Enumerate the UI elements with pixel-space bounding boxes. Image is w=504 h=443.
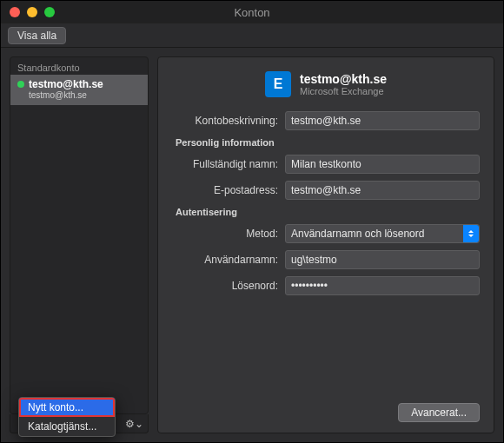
advanced-button[interactable]: Avancerat... <box>398 403 480 422</box>
toolbar: Visa alla <box>1 23 503 48</box>
label-fullname: Fullständigt namn: <box>172 158 285 170</box>
chevron-down-icon: ⌄ <box>135 418 143 430</box>
account-details-panel: E testmo@kth.se Microsoft Exchange Konto… <box>157 56 494 433</box>
label-method: Metod: <box>172 228 285 240</box>
account-title: testmo@kth.se <box>300 72 387 86</box>
show-all-button[interactable]: Visa alla <box>8 27 66 44</box>
accounts-list-header: Standardkonto <box>10 57 148 75</box>
auth-method-select[interactable]: Användarnamn och lösenord <box>285 224 480 243</box>
description-input[interactable] <box>285 111 480 130</box>
label-username: Användarnamn: <box>172 254 285 266</box>
account-subtitle: Microsoft Exchange <box>300 86 387 96</box>
label-password: Lösenord: <box>172 280 285 292</box>
label-email: E-postadress: <box>172 184 285 196</box>
account-header: E testmo@kth.se Microsoft Exchange <box>172 71 480 97</box>
window-title: Konton <box>1 6 503 19</box>
select-stepper-icon <box>463 225 479 242</box>
add-menu-popup: Nytt konto... Katalogtjänst... <box>18 397 116 437</box>
exchange-icon: E <box>265 71 291 97</box>
account-actions-button[interactable]: ⚙⌄ <box>123 415 144 433</box>
accounts-window: Konton Visa alla Standardkonto testmo@kt… <box>0 0 504 443</box>
section-authentication: Autentisering <box>176 207 480 217</box>
account-list-item[interactable]: testmo@kth.se testmo@kth.se <box>10 75 148 105</box>
menu-item-new-account[interactable]: Nytt konto... <box>19 398 115 417</box>
username-input[interactable] <box>285 250 480 269</box>
auth-method-value: Användarnamn och lösenord <box>291 228 424 240</box>
gear-icon: ⚙ <box>125 418 135 430</box>
status-online-icon <box>17 81 24 88</box>
account-form: Kontobeskrivning: Personlig information … <box>172 111 480 302</box>
password-input[interactable] <box>285 276 480 295</box>
account-email: testmo@kth.se <box>29 90 141 100</box>
menu-item-directory-service[interactable]: Katalogtjänst... <box>19 417 115 436</box>
label-description: Kontobeskrivning: <box>172 115 285 127</box>
body: Standardkonto testmo@kth.se testmo@kth.s… <box>1 48 503 442</box>
sidebar: Standardkonto testmo@kth.se testmo@kth.s… <box>10 56 149 433</box>
fullname-input[interactable] <box>285 155 480 174</box>
titlebar: Konton <box>1 1 503 23</box>
section-personal-info: Personlig information <box>176 137 480 148</box>
accounts-list: Standardkonto testmo@kth.se testmo@kth.s… <box>10 56 149 414</box>
account-name: testmo@kth.se <box>29 78 103 90</box>
email-input[interactable] <box>285 181 480 200</box>
